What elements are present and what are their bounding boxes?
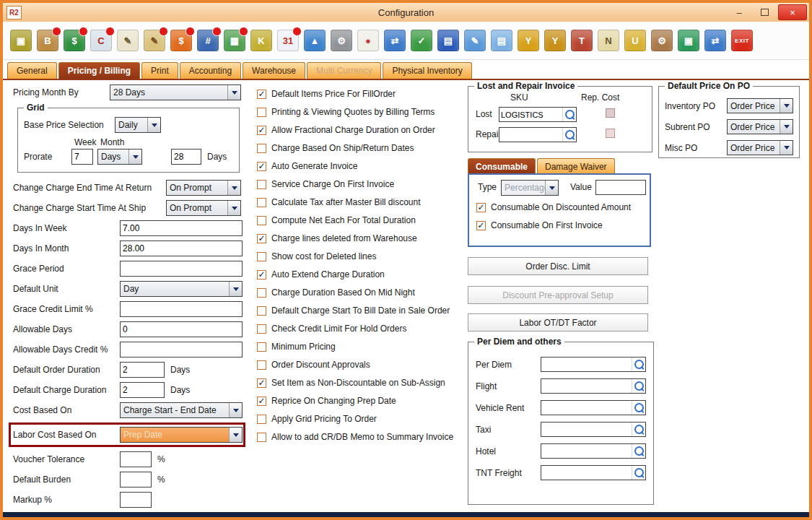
- search-icon[interactable]: [632, 422, 645, 436]
- taxi-field[interactable]: [541, 422, 646, 437]
- option-default-items-price-for-fillorder[interactable]: ✓Default Items Price For FillOrder: [257, 89, 468, 99]
- default-order-duration-input[interactable]: [120, 362, 165, 378]
- doc-edit-icon[interactable]: ✎: [464, 30, 486, 51]
- dropdown-arrow-icon[interactable]: [147, 118, 160, 132]
- order-disc-limit-button[interactable]: Order Disc. Limit: [468, 257, 648, 275]
- prorate-unit-select[interactable]: Days: [97, 149, 142, 165]
- monitor-icon[interactable]: ▣: [678, 30, 699, 51]
- grapes-icon[interactable]: ●: [357, 30, 379, 51]
- option-allow-fractional-charge-duration-on-order[interactable]: ✓Allow Fractional Charge Duration on Ord…: [257, 125, 468, 135]
- search-input[interactable]: [541, 444, 632, 458]
- checkbox[interactable]: [257, 216, 266, 225]
- search-icon[interactable]: [562, 108, 576, 121]
- save-icon[interactable]: ▣: [10, 30, 32, 51]
- notepad-icon[interactable]: N: [598, 30, 619, 51]
- maximize-button[interactable]: [753, 5, 776, 20]
- option-set-item-as-non-discountable-on-sub-assign[interactable]: ✓Set Item as Non-Discountable on Sub-Ass…: [257, 378, 468, 388]
- checkbox[interactable]: [257, 108, 266, 117]
- tab-general[interactable]: General: [7, 62, 57, 79]
- option-charge-duration-based-on-mid-night[interactable]: Charge Duration Based On Mid Night: [257, 287, 468, 298]
- calendar-31-icon[interactable]: 31: [277, 30, 299, 51]
- checkbox[interactable]: ✓: [476, 221, 486, 230]
- consumable-option-consumable-on-discounted-amount[interactable]: ✓Consumable On Discounted Amount: [476, 202, 631, 212]
- default-unit-select[interactable]: Day: [120, 281, 243, 297]
- exit-icon[interactable]: EXIT: [731, 30, 753, 51]
- tab-physical-inventory[interactable]: Physical Inventory: [383, 62, 471, 79]
- search-input[interactable]: [541, 358, 632, 371]
- labor-ot-dt-factor-button[interactable]: Labor OT/DT Factor: [468, 313, 648, 332]
- checkbox[interactable]: ✓: [257, 378, 266, 388]
- vehicle-rent-field[interactable]: [541, 400, 646, 415]
- tab-consumable[interactable]: Consumable: [468, 158, 536, 174]
- charge-end-time-select[interactable]: On Prompt: [166, 180, 241, 196]
- dropdown-arrow-icon[interactable]: [780, 120, 793, 134]
- consumable-value-input[interactable]: [595, 180, 646, 195]
- tab-print[interactable]: Print: [141, 62, 178, 79]
- lost-sku-field[interactable]: [499, 107, 577, 122]
- checkbox[interactable]: [257, 360, 266, 370]
- tools-icon[interactable]: T: [571, 30, 593, 51]
- consumable-option-consumable-on-first-invoice[interactable]: ✓Consumable On First Invoice: [476, 220, 631, 230]
- checkbox[interactable]: [257, 342, 266, 352]
- checkbox[interactable]: [257, 415, 266, 424]
- tab-warehouse[interactable]: Warehouse: [243, 62, 305, 79]
- filter-icon[interactable]: Y: [518, 30, 539, 51]
- prorate-week-input[interactable]: [71, 149, 93, 165]
- search-input[interactable]: [541, 422, 632, 436]
- tnt-freight-field[interactable]: [541, 465, 646, 480]
- checkbox[interactable]: [257, 433, 266, 442]
- search-input[interactable]: [499, 108, 562, 121]
- checkbox[interactable]: [257, 306, 266, 316]
- search-input[interactable]: [541, 379, 632, 393]
- cost-based-on-select[interactable]: Charge Start - End Date: [120, 402, 243, 418]
- allowable-days-input[interactable]: [120, 321, 243, 337]
- per-diem-field[interactable]: [541, 357, 646, 372]
- consumable-type-select[interactable]: Percentage: [501, 180, 559, 196]
- checkbox[interactable]: ✓: [257, 234, 266, 243]
- keys-icon[interactable]: K: [250, 30, 272, 51]
- search-icon[interactable]: [562, 128, 576, 142]
- option-printing-viewing-quotes-by-billing-terms[interactable]: Printing & Viewing Quotes by Billing Ter…: [257, 107, 468, 117]
- dropdown-arrow-icon[interactable]: [229, 428, 242, 442]
- checkbox[interactable]: ✓: [257, 90, 266, 99]
- repair-rep-cost-checkbox[interactable]: [606, 129, 615, 138]
- checkbox[interactable]: ✓: [257, 126, 266, 135]
- days-in-week-input[interactable]: [120, 220, 243, 236]
- checkbox[interactable]: [257, 180, 266, 189]
- option-apply-grid-pricing-to-order[interactable]: Apply Grid Pricing To Order: [257, 414, 468, 424]
- repair-sku-field[interactable]: [499, 127, 577, 142]
- rate-table-icon[interactable]: #: [197, 30, 219, 51]
- voucher-tolerance-input[interactable]: [120, 451, 152, 467]
- allowable-days-credit-input[interactable]: [120, 342, 243, 358]
- option-check-credit-limit-for-hold-orders[interactable]: Check Credit Limit For Hold Orders: [257, 324, 468, 334]
- data-grid-icon[interactable]: ▦: [224, 30, 245, 51]
- misc-po-select[interactable]: Order Price: [727, 140, 793, 155]
- package-config-icon[interactable]: ⚙: [651, 30, 673, 51]
- checkbox[interactable]: [257, 288, 266, 298]
- dropdown-arrow-icon[interactable]: [229, 403, 242, 417]
- option-allow-to-add-cr-db-memo-to-summary-invoice[interactable]: Allow to add CR/DB Memo to Summary Invoi…: [257, 432, 468, 442]
- dropdown-arrow-icon[interactable]: [227, 201, 240, 215]
- tab-accounting[interactable]: Accounting: [180, 62, 241, 79]
- minimize-button[interactable]: –: [728, 5, 751, 20]
- chart-icon[interactable]: ▲: [304, 30, 326, 51]
- option-service-charge-on-first-invoice[interactable]: Service Charge On First Invoice: [257, 179, 468, 189]
- option-show-cost-for-deleted-lines[interactable]: Show cost for Deleted lines: [257, 251, 468, 261]
- dropdown-arrow-icon[interactable]: [545, 181, 558, 195]
- markup-input[interactable]: [120, 492, 152, 508]
- user-icon[interactable]: U: [624, 30, 646, 51]
- default-charge-duration-input[interactable]: [120, 382, 165, 398]
- memo-icon[interactable]: ✎: [144, 30, 165, 51]
- subrent-po-select[interactable]: Order Price: [727, 119, 793, 134]
- search-icon[interactable]: [632, 379, 645, 393]
- search-icon[interactable]: [632, 358, 645, 371]
- prorate-days-input[interactable]: [171, 149, 201, 165]
- option-auto-generate-invoice[interactable]: ✓Auto Generate Invoice: [257, 161, 468, 171]
- edit-note-icon[interactable]: ✎: [117, 30, 139, 51]
- labor-cost-based-on-select[interactable]: Prep Date: [120, 427, 243, 443]
- option-charge-lines-deleted-from-warehouse[interactable]: ✓Charge lines deleted from Warehouse: [257, 233, 468, 243]
- dropdown-arrow-icon[interactable]: [780, 99, 793, 113]
- search-input[interactable]: [541, 466, 632, 480]
- checkbox[interactable]: [257, 198, 266, 207]
- option-minimum-pricing[interactable]: Minimum Pricing: [257, 342, 468, 352]
